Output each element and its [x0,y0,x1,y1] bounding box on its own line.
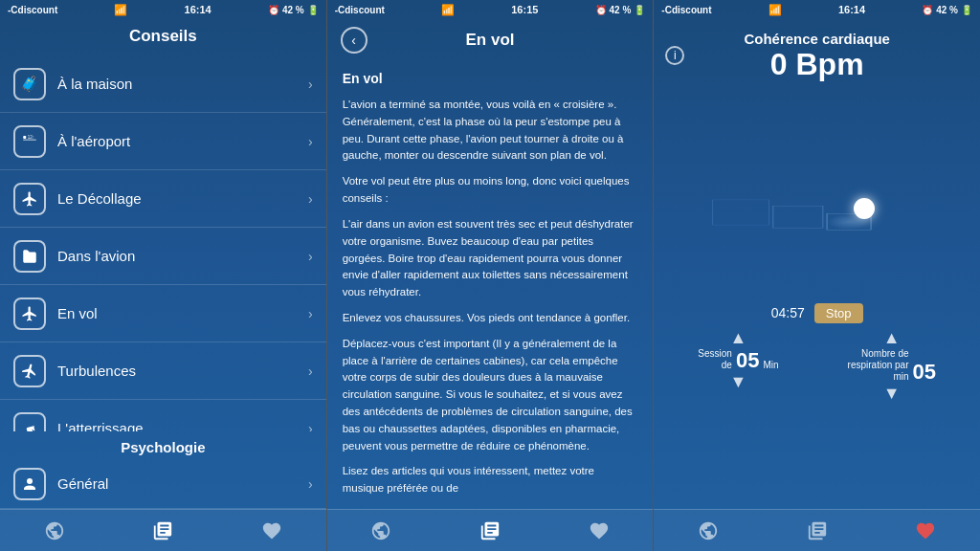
battery-3: 42 % [936,5,958,15]
stop-button[interactable]: Stop [814,303,863,323]
bpm-value: 0 Bpm [667,47,967,82]
battery-area-2: ⏰ 42 % 🔋 [595,5,646,15]
session-min-up[interactable]: ▲ [730,329,747,346]
atterrissage-chevron: › [308,421,313,432]
carrier-3: -Cdiscount [661,5,711,15]
tab-heart-1[interactable] [261,520,282,541]
tab-heart-3[interactable] [915,520,936,541]
maison-chevron: › [308,77,313,92]
avion-chevron: › [308,249,313,264]
menu-item-decollage[interactable]: Le Décollage › [0,170,326,228]
alarm-icon-3: ⏰ [922,5,933,15]
aeroport-icon: 12↑ [13,125,46,158]
general-chevron: › [308,476,313,492]
menu-item-envol[interactable]: En vol › [0,285,326,342]
coherence-header-area: i Cohérence cardiaque 0 Bpm [654,19,980,84]
tab-library-2[interactable] [479,520,501,541]
avion-label: Dans l'avion [57,248,308,264]
envol-para-5: Déplacez-vous c'est important (Il y a gé… [343,336,638,455]
battery-icon-3: 🔋 [961,5,972,15]
session-min-value: 05 [736,350,759,371]
avion-icon [13,240,46,273]
session-min-block: ▲ Sessionde 05 Min ▼ [698,329,778,402]
breathing-ring-mid [772,206,823,228]
breathing-circle [741,188,894,303]
tab-globe-3[interactable] [698,520,719,541]
menu-item-avion[interactable]: Dans l'avion › [0,228,326,285]
tab-bar-3 [654,509,980,551]
session-resp-value: 05 [913,362,936,383]
turbulences-chevron: › [308,364,313,379]
maison-label: À la maison [57,76,308,92]
panel-conseils: -Cdiscount 📶 16:14 ⏰ 42 % 🔋 Conseils 🧳 À… [0,0,326,551]
envol-para-1: L'avion a terminé sa montée, vous voilà … [343,97,638,165]
menu-item-aeroport[interactable]: 12↑ À l'aéroport › [0,113,326,170]
session-resp-down[interactable]: ▼ [883,385,901,402]
envol-para-6: Lisez des articles qui vous intéressent,… [343,463,638,497]
envol-icon [13,298,46,330]
tab-bar-2 [327,509,654,551]
aeroport-chevron: › [308,134,313,149]
envol-label: En vol [57,305,308,321]
menu-item-general[interactable]: Général › [0,459,326,509]
conseils-title: Conseils [0,19,326,55]
envol-title: En vol [368,31,613,50]
carrier-1: -Cdiscount [8,5,57,15]
session-resp-up[interactable]: ▲ [883,329,901,346]
time-1: 16:14 [185,4,212,15]
time-3: 16:14 [838,4,865,15]
coherence-header: Cohérence cardiaque 0 Bpm [667,25,967,84]
tab-bar-1 [0,509,326,551]
turbulences-icon [13,355,46,387]
decollage-icon [13,183,46,215]
turbulences-label: Turbulences [57,363,308,379]
alarm-icon-2: ⏰ [595,5,607,15]
tab-globe-2[interactable] [370,520,391,541]
envol-para-4: Enlevez vos chaussures. Vos pieds ont te… [343,310,638,327]
time-2: 16:15 [511,4,538,15]
general-label: Général [57,475,308,492]
aeroport-label: À l'aéroport [57,133,308,149]
battery-area-3: ⏰ 42 % 🔋 [922,5,972,15]
coherence-title: Cohérence cardiaque [667,31,967,47]
battery-area-1: ⏰ 42 % 🔋 [268,5,319,15]
status-bar-3: -Cdiscount 📶 16:14 ⏰ 42 % 🔋 [654,0,980,19]
alarm-icon-1: ⏰ [268,5,279,15]
battery-icon-1: 🔋 [307,5,319,15]
tab-library-1[interactable] [152,520,173,541]
menu-item-maison[interactable]: 🧳 À la maison › [0,55,326,113]
decollage-label: Le Décollage [57,190,308,207]
tab-library-3[interactable] [807,520,828,541]
status-bar-2: -Cdiscount 📶 16:15 ⏰ 42 % 🔋 [327,0,654,19]
psychologie-title: Psychologie [0,431,326,459]
atterrissage-icon [13,412,46,432]
tab-heart-2[interactable] [589,520,610,541]
menu-item-atterrissage[interactable]: L'atterrissage › [0,400,326,431]
svg-point-3 [27,478,33,484]
breathing-area: 04:57 Stop ▲ Sessionde 05 Min ▼ ▲ Nombre… [654,84,980,509]
carrier-2: -Cdiscount [335,5,385,15]
maison-icon: 🧳 [13,68,46,100]
menu-list: 🧳 À la maison › 12↑ À l'aéroport › Le Dé… [0,55,326,431]
envol-content: En vol L'avion a terminé sa montée, vous… [327,59,654,509]
svg-rect-0 [23,136,26,139]
general-icon [13,468,46,500]
panel-envol: -Cdiscount 📶 16:15 ⏰ 42 % 🔋 ‹ En vol En … [326,0,654,551]
envol-content-title: En vol [343,69,638,89]
status-bar-1: -Cdiscount 📶 16:14 ⏰ 42 % 🔋 [0,0,326,19]
session-resp-block: ▲ Nombre derespiration parmin 05 ▼ [848,329,936,402]
menu-item-turbulences[interactable]: Turbulences › [0,342,326,400]
battery-2: 42 % [610,5,632,15]
envol-para-2: Votre vol peut être plus ou moins long, … [343,173,638,208]
envol-header: ‹ En vol [327,19,654,59]
breathing-dot [854,198,875,219]
envol-chevron: › [308,306,313,321]
tab-globe-1[interactable] [44,520,65,541]
timer-row: 04:57 Stop [771,303,863,323]
session-min-down[interactable]: ▼ [730,373,747,390]
back-button[interactable]: ‹ [341,27,368,54]
timer-display: 04:57 [771,305,805,320]
session-controls: ▲ Sessionde 05 Min ▼ ▲ Nombre derespirat… [654,329,980,406]
session-resp-label: Nombre derespiration parmin [848,348,909,383]
panel-coherence: -Cdiscount 📶 16:14 ⏰ 42 % 🔋 i Cohérence … [653,0,980,551]
